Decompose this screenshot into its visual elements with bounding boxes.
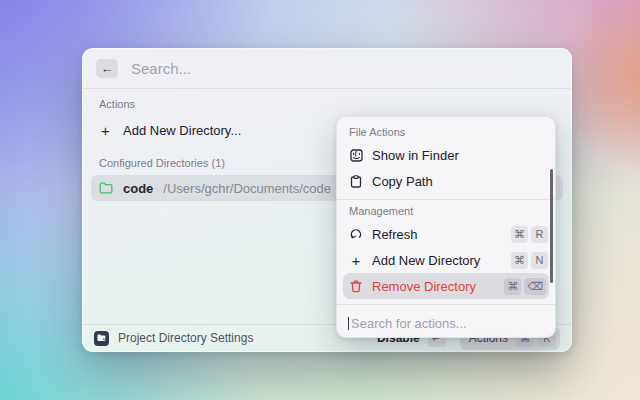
main-search-input[interactable]: Search...	[131, 60, 191, 77]
menu-scrollbar[interactable]	[550, 169, 553, 283]
actions-section-label: Actions	[83, 98, 571, 110]
n-key-icon: N	[531, 252, 548, 269]
command-key-icon: ⌘	[504, 278, 521, 295]
shortcut-keys: ⌘ ⌫	[504, 278, 546, 295]
folder-icon	[99, 182, 113, 194]
window-header: ← Search...	[83, 49, 571, 89]
menu-item-refresh[interactable]: Refresh ⌘ R	[337, 221, 555, 247]
command-key-icon: ⌘	[511, 226, 528, 243]
back-arrow-icon: ←	[101, 62, 114, 75]
menu-item-remove-directory[interactable]: Remove Directory ⌘ ⌫	[343, 273, 549, 299]
extension-title: Project Directory Settings	[118, 331, 253, 345]
shortcut-keys: ⌘ N	[511, 252, 548, 269]
backspace-key-icon: ⌫	[524, 278, 546, 295]
list-item-label: Add New Directory...	[123, 123, 241, 138]
file-actions-group-label: File Actions	[337, 126, 555, 138]
refresh-icon	[349, 228, 363, 241]
actions-search-input[interactable]: Search for actions...	[337, 310, 555, 337]
menu-item-copy-path[interactable]: Copy Path	[337, 168, 555, 194]
menu-item-label: Add New Directory	[372, 253, 480, 268]
trash-icon	[349, 280, 363, 293]
menu-item-add-new-directory[interactable]: + Add New Directory ⌘ N	[337, 247, 555, 273]
r-key-icon: R	[531, 226, 548, 243]
command-key-icon: ⌘	[511, 252, 528, 269]
finder-icon	[349, 149, 363, 162]
menu-item-show-in-finder[interactable]: Show in Finder	[337, 142, 555, 168]
menu-divider	[337, 199, 555, 200]
directory-path: /Users/gchr/Documents/code	[163, 181, 331, 196]
actions-search-placeholder: Search for actions...	[351, 316, 467, 331]
menu-item-label: Show in Finder	[372, 148, 459, 163]
back-button[interactable]: ←	[96, 59, 118, 78]
plus-icon: +	[99, 122, 112, 139]
menu-item-label: Refresh	[372, 227, 418, 242]
desktop-background: ← Search... Actions + Add New Directory.…	[0, 0, 640, 400]
menu-item-label: Remove Directory	[372, 279, 476, 294]
clipboard-icon	[349, 175, 363, 188]
management-group-label: Management	[337, 205, 555, 217]
plus-icon: +	[349, 252, 363, 269]
menu-divider	[337, 304, 555, 305]
menu-item-label: Copy Path	[372, 174, 433, 189]
actions-context-menu: File Actions Show in Finder Copy Path Ma…	[336, 116, 556, 338]
text-cursor	[348, 317, 349, 330]
extension-app-icon	[94, 331, 109, 346]
directory-name: code	[123, 181, 153, 196]
shortcut-keys: ⌘ R	[511, 226, 548, 243]
